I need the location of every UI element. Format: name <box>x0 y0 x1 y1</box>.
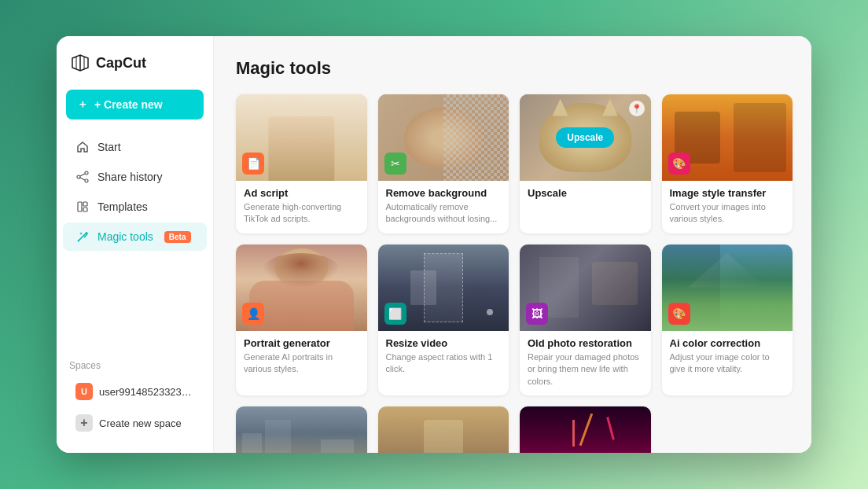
tools-grid: 📄 Ad script Generate high-converting Tik… <box>236 94 793 453</box>
tool-card-upscale[interactable]: Upscale 📍 Upscale <box>520 94 651 233</box>
tool-thumb-ad-script: 📄 <box>236 94 367 181</box>
tool-info-style-transfer: Image style transfer Convert your images… <box>662 181 793 233</box>
tool-info-upscale: Upscale <box>520 181 651 209</box>
tool-thumb-color-correction: 🎨 <box>662 244 793 331</box>
tool-card-row3c[interactable] <box>520 406 651 453</box>
capcut-logo-icon <box>69 52 91 74</box>
tool-desc-color-correction: Adjust your image color to give it more … <box>670 351 785 376</box>
app-name: CapCut <box>96 55 146 72</box>
sidebar-item-start[interactable]: Start <box>63 133 207 161</box>
tool-card-ad-script[interactable]: 📄 Ad script Generate high-converting Tik… <box>236 94 367 233</box>
tool-name-portrait: Portrait generator <box>244 337 359 349</box>
tool-card-row3b[interactable] <box>378 406 509 453</box>
tool-desc-ad-script: Generate high-converting TikTok ad scrip… <box>244 201 359 226</box>
tool-card-style-transfer[interactable]: 🎨 Image style transfer Convert your imag… <box>662 94 793 233</box>
tool-name-old-photo: Old photo restoration <box>528 337 643 349</box>
tool-desc-resize: Change aspect ratios with 1 click. <box>386 351 502 376</box>
user-avatar: U <box>75 383 93 400</box>
ad-script-badge: 📄 <box>242 153 264 175</box>
sidebar-share-label: Share history <box>97 171 162 183</box>
svg-rect-6 <box>83 202 87 206</box>
svg-point-2 <box>77 175 80 178</box>
tool-name-ad-script: Ad script <box>244 187 359 199</box>
sidebar-templates-label: Templates <box>97 200 148 213</box>
sidebar-magic-label: Magic tools <box>97 230 153 243</box>
user-space-item[interactable]: U user99148523323181'... <box>69 377 200 406</box>
beta-badge: Beta <box>164 231 191 243</box>
sidebar: CapCut ＋ + Create new Start <box>57 36 214 453</box>
tool-info-resize: Resize video Change aspect ratios with 1… <box>378 331 509 384</box>
create-new-button[interactable]: ＋ + Create new <box>66 90 204 119</box>
tool-name-resize: Resize video <box>386 337 502 349</box>
tool-desc-old-photo: Repair your damaged photos or bring them… <box>528 351 643 388</box>
spaces-label: Spaces <box>69 360 200 371</box>
sidebar-start-label: Start <box>97 141 121 153</box>
svg-line-4 <box>80 178 85 180</box>
tool-info-remove-bg: Remove background Automatically remove b… <box>378 181 509 233</box>
tool-card-color-correction[interactable]: 🎨 Ai color correction Adjust your image … <box>662 244 793 395</box>
tool-thumb-upscale: Upscale 📍 <box>520 94 651 181</box>
svg-line-3 <box>80 174 85 176</box>
tool-thumb-row3a <box>236 406 367 453</box>
create-space-item[interactable]: + Create new space <box>69 409 200 437</box>
tool-card-row3a[interactable] <box>236 406 367 453</box>
tool-name-remove-bg: Remove background <box>386 187 502 199</box>
create-space-name: Create new space <box>99 417 182 429</box>
sidebar-item-share-history[interactable]: Share history <box>63 163 207 191</box>
create-new-label: + Create new <box>94 98 163 111</box>
tool-thumb-old-photo: 🖼 <box>520 244 651 331</box>
home-icon <box>75 140 90 154</box>
page-title: Magic tools <box>236 58 793 79</box>
tool-thumb-style-transfer: 🎨 <box>662 94 793 181</box>
tool-info-color-correction: Ai color correction Adjust your image co… <box>662 331 793 384</box>
svg-point-0 <box>85 171 88 175</box>
tool-thumb-row3c <box>520 406 651 453</box>
tool-desc-remove-bg: Automatically remove backgrounds without… <box>386 201 502 226</box>
magic-icon <box>75 230 90 244</box>
portrait-badge: 👤 <box>242 303 264 325</box>
tool-card-resize[interactable]: ⬜ Resize video Change aspect ratios with… <box>378 244 509 395</box>
tool-thumb-remove-bg: ✂ <box>378 94 509 181</box>
share-icon <box>75 170 90 184</box>
tool-info-old-photo: Old photo restoration Repair your damage… <box>520 331 651 395</box>
tool-card-remove-bg[interactable]: ✂ Remove background Automatically remove… <box>378 94 509 233</box>
style-transfer-badge: 🎨 <box>668 153 690 175</box>
sidebar-item-magic-tools[interactable]: Magic tools Beta <box>63 222 207 251</box>
svg-point-8 <box>86 232 87 233</box>
tool-card-portrait[interactable]: 👤 Portrait generator Generate AI portrai… <box>236 244 367 395</box>
upscale-pin: 📍 <box>629 101 645 116</box>
tool-thumb-portrait: 👤 <box>236 244 367 331</box>
svg-rect-5 <box>78 202 82 211</box>
resize-badge: ⬜ <box>384 303 406 325</box>
sidebar-item-templates[interactable]: Templates <box>63 193 207 221</box>
tool-desc-portrait: Generate AI portraits in various styles. <box>244 351 359 376</box>
tool-info-portrait: Portrait generator Generate AI portraits… <box>236 331 367 384</box>
user-space-name: user99148523323181'... <box>99 386 194 398</box>
spaces-section: Spaces U user99148523323181'... + Create… <box>57 351 213 440</box>
old-photo-badge: 🖼 <box>526 303 548 325</box>
tool-desc-style-transfer: Convert your images into various styles. <box>670 201 785 226</box>
checkerboard <box>443 94 509 181</box>
tool-thumb-row3b <box>378 406 509 453</box>
svg-point-1 <box>85 179 88 182</box>
color-correction-badge: 🎨 <box>668 303 690 325</box>
sidebar-nav: Start Share history <box>57 132 213 351</box>
app-window: CapCut ＋ + Create new Start <box>57 36 811 453</box>
tool-name-upscale: Upscale <box>528 187 643 199</box>
create-space-avatar: + <box>75 414 93 432</box>
upscale-overlay-label: Upscale <box>556 127 614 148</box>
svg-rect-7 <box>83 208 87 211</box>
tool-name-color-correction: Ai color correction <box>670 337 785 349</box>
tool-card-old-photo[interactable]: 🖼 Old photo restoration Repair your dama… <box>520 244 651 395</box>
tool-info-ad-script: Ad script Generate high-converting TikTo… <box>236 181 367 233</box>
main-content: Magic tools 📄 Ad script Generate high-co… <box>214 36 811 453</box>
templates-icon <box>75 200 90 214</box>
tool-name-style-transfer: Image style transfer <box>670 187 785 199</box>
plus-icon: ＋ <box>77 97 88 112</box>
logo: CapCut <box>57 52 213 90</box>
remove-bg-badge: ✂ <box>384 153 406 175</box>
tool-thumb-resize: ⬜ <box>378 244 509 331</box>
